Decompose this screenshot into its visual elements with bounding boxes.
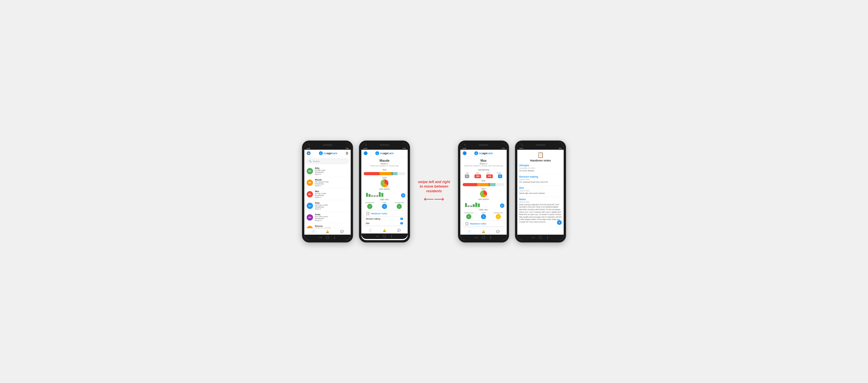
resident-room-billy: Room 0 (315, 173, 348, 175)
nav-back-btn3 (475, 237, 478, 238)
resident-room-anita: Room 4 (315, 219, 348, 221)
phone1-speaker (322, 144, 333, 146)
hn-clipboard-icon: 📋 (519, 152, 562, 158)
evening-care-label3: evening care (494, 212, 503, 214)
handover-diet[interactable]: Diet 1 (364, 221, 405, 225)
phone2-wrapper: 12:55 77% 👤 💧 nuagecare Maude Room 1 (359, 140, 410, 243)
person-icon3[interactable]: 👤 (463, 151, 467, 155)
phone4-camera (521, 144, 523, 146)
resident-info-billy: Billy Mr Billy Quirk Residential Room 0 (315, 167, 348, 175)
phone3-logo: 💧 nuagecare (474, 151, 493, 155)
list-item[interactable]: ML Max Mr Max Linder Residential Room 2 (304, 188, 351, 200)
chat-icon: 💬 (340, 230, 344, 233)
phone3-care-bars (463, 201, 500, 208)
resident-info-katy: Katy Mrs Katy Jurado Residential Room 3 (315, 202, 348, 210)
phone1-notch (304, 143, 351, 147)
logo-droplet2: 💧 (375, 151, 379, 155)
phones-container: 12:25 75% 🏠 💧 nuagecare ☰ 🔍 Search (302, 140, 566, 243)
phone3-food-label: food (460, 188, 507, 190)
hn-decision-date: June 6, 2021 (519, 179, 562, 180)
phone4-bottom (517, 235, 564, 240)
repo-mins-header: mins. (476, 172, 479, 174)
nav-notes3[interactable]: 📄 (467, 230, 471, 233)
repo-today-header: today (497, 172, 501, 174)
fab-button[interactable]: ✕ (557, 220, 562, 225)
phone2-food-label: food (361, 177, 408, 179)
bell-icon2: 🔔 (383, 229, 386, 232)
list-item[interactable]: AG Anita Mrs Anita Garvin Residential Ro… (304, 212, 351, 223)
hn-allergies-section: Allergies December 22, 2019 No known all… (519, 164, 562, 172)
nav-home-btn2 (383, 235, 386, 238)
resident-list: BQ Billy Mr Billy Quirk Residential Room… (304, 165, 351, 228)
notes-care-label3: notes (482, 212, 486, 214)
phone3-app-header: 👤 💧 nuagecare (460, 150, 507, 157)
fluid-orange (379, 172, 392, 175)
search-icon: 🔍 (309, 160, 312, 163)
notes-care-item: notes 0 (382, 202, 387, 209)
home-icon[interactable]: 🏠 (307, 151, 311, 155)
repo-freq-val: 240 (486, 174, 493, 178)
nav-messages[interactable]: 💬 (340, 230, 344, 233)
hn-decision-section: Decision making June 6, 2021 GP: Washway… (519, 175, 562, 183)
phone3-resident-updated: Details last updated 2 minutes and 4 sec… (462, 165, 505, 167)
phone1-logo-text: nuagecare (323, 152, 337, 155)
resident-type-anita: Residential (315, 218, 348, 219)
phone3-notch (460, 143, 507, 147)
phone3-resident-name: Max (462, 159, 505, 163)
repo-mins-val: 309 (474, 174, 481, 178)
phone2-bottom-nav: 📄 🔔 💬 (361, 227, 408, 234)
nav-notes[interactable]: 📄 (311, 230, 315, 233)
notes-care-badge: 0 (382, 204, 387, 209)
list-item[interactable]: BQ Billy Mr Billy Quirk Residential Room… (304, 165, 351, 177)
nav-alerts[interactable]: 🔔 (326, 230, 329, 233)
person-icon[interactable]: 👤 (364, 151, 368, 155)
handover-decision[interactable]: Decision making 1 (364, 217, 405, 221)
resident-info-maude: Maude Mrs Maude Fealy Residential Room 1 (315, 179, 348, 187)
resident-name-katy: Katy (315, 202, 348, 204)
phone4-status-bar: 23:37 70% (517, 147, 564, 150)
phone2-logo: 💧 nuagecare (375, 151, 394, 155)
hn-notes-date: June 8, 2021 (519, 201, 562, 203)
phone3: 12:56 77% 👤 💧 nuagecare Max Room 2 (458, 140, 509, 243)
nav-back-btn4 (532, 237, 535, 238)
nav-notes2[interactable]: 📄 (368, 229, 372, 232)
nav-recent-btn3 (490, 236, 491, 239)
phone2-status-right: 77% (403, 147, 406, 149)
bar4 (374, 195, 376, 197)
hn-title: Handover notes (519, 159, 562, 162)
resident-fullname-max: Mr Max Linder (315, 193, 348, 195)
phone3-resident-header: Max Room 2 Details last updated 2 minute… (460, 157, 507, 168)
avatar-ml: ML (307, 191, 313, 197)
arrow-text: swipe left and rightto move betweenresid… (418, 180, 450, 194)
resident-name-roscoe: Roscoe (315, 225, 348, 227)
hn-allergies-content: No known allergies (519, 170, 562, 172)
phone3-bottom (460, 235, 507, 240)
bar3-4 (473, 204, 475, 207)
list-item[interactable]: KJ Katy Mrs Katy Jurado Residential Room… (304, 200, 351, 212)
phone3-care-actions-label: care actions (460, 198, 507, 200)
phone3-screen: 12:56 77% 👤 💧 nuagecare Max Room 2 (460, 143, 507, 240)
list-item[interactable]: RA Roscoe Mr Roscoe Arbuckle Residential… (304, 223, 351, 228)
phone3-wrapper: 12:56 77% 👤 💧 nuagecare Max Room 2 (458, 140, 509, 243)
phone3-handover-header[interactable]: 📋 Handover notes (463, 220, 504, 227)
handover-diet-badge: 1 (400, 222, 403, 224)
phone4-wrapper: 23:37 70% 📋 Handover notes Allergies Dec… (515, 140, 566, 243)
phone2-food-pie (380, 179, 389, 187)
handover-icon3: 📋 (465, 222, 469, 225)
nav-alerts3[interactable]: 🔔 (482, 230, 485, 233)
phone1-bottom-nav: 📄 🔔 💬 (304, 228, 351, 235)
hn-diet-title: Diet (519, 186, 562, 189)
menu-icon[interactable]: ☰ (346, 151, 348, 155)
resident-type-billy: Residential (315, 171, 348, 173)
notes-care-badge3: 1 (481, 214, 486, 219)
phone2-resident-name: Maude (363, 159, 406, 163)
list-item[interactable]: MF Maude Mrs Maude Fealy Residential Roo… (304, 177, 351, 188)
phone2-handover-header[interactable]: 📋 Handover notes (364, 210, 405, 217)
nav-messages2[interactable]: 💬 (397, 229, 401, 232)
resident-name-billy: Billy (315, 167, 348, 169)
nav-alerts2[interactable]: 🔔 (383, 229, 386, 232)
morning-care-check3: ✓ (466, 214, 471, 219)
nav-messages3[interactable]: 💬 (496, 230, 500, 233)
search-bar[interactable]: 🔍 Search (306, 159, 349, 164)
hn-allergies-date: December 22, 2019 (519, 167, 562, 169)
